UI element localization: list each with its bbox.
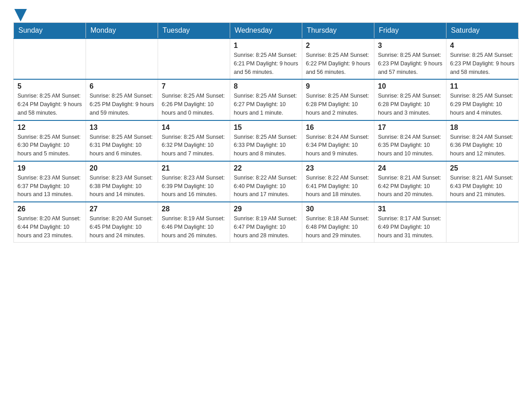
day-number: 3 — [378, 42, 442, 50]
day-info: Sunrise: 8:18 AM Sunset: 6:48 PM Dayligh… — [306, 214, 370, 240]
calendar-day-cell — [446, 202, 519, 243]
day-number: 18 — [450, 124, 515, 132]
day-number: 7 — [162, 82, 226, 90]
day-info: Sunrise: 8:25 AM Sunset: 6:25 PM Dayligh… — [90, 92, 154, 117]
day-info: Sunrise: 8:25 AM Sunset: 6:32 PM Dayligh… — [162, 133, 226, 158]
day-info: Sunrise: 8:25 AM Sunset: 6:24 PM Dayligh… — [17, 92, 82, 117]
day-number: 6 — [90, 82, 154, 90]
day-info: Sunrise: 8:25 AM Sunset: 6:26 PM Dayligh… — [162, 92, 226, 117]
day-number: 19 — [17, 164, 82, 172]
day-info: Sunrise: 8:19 AM Sunset: 6:47 PM Dayligh… — [234, 214, 298, 240]
day-info: Sunrise: 8:25 AM Sunset: 6:27 PM Dayligh… — [234, 92, 298, 117]
page-header — [13, 9, 519, 18]
calendar-day-cell: 31Sunrise: 8:17 AM Sunset: 6:49 PM Dayli… — [374, 202, 446, 243]
calendar-day-cell: 26Sunrise: 8:20 AM Sunset: 6:44 PM Dayli… — [14, 202, 86, 243]
day-info: Sunrise: 8:23 AM Sunset: 6:38 PM Dayligh… — [90, 174, 154, 199]
calendar-day-cell: 27Sunrise: 8:20 AM Sunset: 6:45 PM Dayli… — [86, 202, 158, 243]
calendar-day-cell: 6Sunrise: 8:25 AM Sunset: 6:25 PM Daylig… — [86, 79, 158, 120]
day-number: 30 — [306, 205, 370, 213]
day-info: Sunrise: 8:17 AM Sunset: 6:49 PM Dayligh… — [378, 214, 442, 240]
day-number: 24 — [378, 164, 442, 172]
day-info: Sunrise: 8:25 AM Sunset: 6:28 PM Dayligh… — [306, 92, 370, 117]
day-info: Sunrise: 8:25 AM Sunset: 6:22 PM Dayligh… — [306, 51, 370, 76]
calendar-week-row: 5Sunrise: 8:25 AM Sunset: 6:24 PM Daylig… — [14, 79, 519, 120]
calendar-day-cell: 28Sunrise: 8:19 AM Sunset: 6:46 PM Dayli… — [158, 202, 230, 243]
day-info: Sunrise: 8:21 AM Sunset: 6:42 PM Dayligh… — [378, 174, 442, 199]
day-info: Sunrise: 8:22 AM Sunset: 6:41 PM Dayligh… — [306, 174, 370, 199]
day-info: Sunrise: 8:25 AM Sunset: 6:23 PM Dayligh… — [378, 51, 442, 76]
calendar-day-cell: 11Sunrise: 8:25 AM Sunset: 6:29 PM Dayli… — [446, 79, 519, 120]
calendar-day-cell: 9Sunrise: 8:25 AM Sunset: 6:28 PM Daylig… — [302, 79, 374, 120]
day-info: Sunrise: 8:25 AM Sunset: 6:21 PM Dayligh… — [234, 51, 298, 76]
day-number: 23 — [306, 164, 370, 172]
day-info: Sunrise: 8:21 AM Sunset: 6:43 PM Dayligh… — [450, 174, 515, 199]
day-number: 28 — [162, 205, 226, 213]
calendar-day-cell: 22Sunrise: 8:22 AM Sunset: 6:40 PM Dayli… — [230, 161, 302, 202]
day-of-week-header: Monday — [86, 23, 158, 39]
calendar-day-cell: 15Sunrise: 8:25 AM Sunset: 6:33 PM Dayli… — [230, 120, 302, 161]
day-number: 5 — [17, 82, 82, 90]
day-of-week-header: Friday — [374, 23, 446, 39]
calendar-day-cell: 16Sunrise: 8:24 AM Sunset: 6:34 PM Dayli… — [302, 120, 374, 161]
day-number: 27 — [90, 205, 154, 213]
day-info: Sunrise: 8:25 AM Sunset: 6:33 PM Dayligh… — [234, 133, 298, 158]
day-info: Sunrise: 8:25 AM Sunset: 6:29 PM Dayligh… — [450, 92, 515, 117]
logo-icon — [14, 9, 27, 21]
day-number: 4 — [450, 42, 515, 50]
day-number: 15 — [234, 124, 298, 132]
day-number: 16 — [306, 124, 370, 132]
calendar-day-cell: 2Sunrise: 8:25 AM Sunset: 6:22 PM Daylig… — [302, 39, 374, 79]
calendar-day-cell: 14Sunrise: 8:25 AM Sunset: 6:32 PM Dayli… — [158, 120, 230, 161]
logo — [13, 9, 27, 18]
calendar-day-cell: 24Sunrise: 8:21 AM Sunset: 6:42 PM Dayli… — [374, 161, 446, 202]
day-number: 14 — [162, 124, 226, 132]
calendar-day-cell: 17Sunrise: 8:24 AM Sunset: 6:35 PM Dayli… — [374, 120, 446, 161]
calendar-day-cell: 3Sunrise: 8:25 AM Sunset: 6:23 PM Daylig… — [374, 39, 446, 79]
calendar-day-cell: 19Sunrise: 8:23 AM Sunset: 6:37 PM Dayli… — [14, 161, 86, 202]
day-number: 21 — [162, 164, 226, 172]
calendar-day-cell: 25Sunrise: 8:21 AM Sunset: 6:43 PM Dayli… — [446, 161, 519, 202]
calendar-day-cell: 12Sunrise: 8:25 AM Sunset: 6:30 PM Dayli… — [14, 120, 86, 161]
day-number: 1 — [234, 42, 298, 50]
calendar-week-row: 26Sunrise: 8:20 AM Sunset: 6:44 PM Dayli… — [14, 202, 519, 243]
calendar-week-row: 12Sunrise: 8:25 AM Sunset: 6:30 PM Dayli… — [14, 120, 519, 161]
day-number: 9 — [306, 82, 370, 90]
calendar-week-row: 19Sunrise: 8:23 AM Sunset: 6:37 PM Dayli… — [14, 161, 519, 202]
day-of-week-header: Tuesday — [158, 23, 230, 39]
day-info: Sunrise: 8:24 AM Sunset: 6:34 PM Dayligh… — [306, 133, 370, 158]
calendar-day-cell — [14, 39, 86, 79]
day-number: 8 — [234, 82, 298, 90]
calendar-day-cell: 20Sunrise: 8:23 AM Sunset: 6:38 PM Dayli… — [86, 161, 158, 202]
calendar-day-cell: 4Sunrise: 8:25 AM Sunset: 6:23 PM Daylig… — [446, 39, 519, 79]
day-number: 12 — [17, 124, 82, 132]
calendar-day-cell: 1Sunrise: 8:25 AM Sunset: 6:21 PM Daylig… — [230, 39, 302, 79]
day-info: Sunrise: 8:20 AM Sunset: 6:45 PM Dayligh… — [90, 214, 154, 240]
day-number: 13 — [90, 124, 154, 132]
day-number: 2 — [306, 42, 370, 50]
day-info: Sunrise: 8:25 AM Sunset: 6:28 PM Dayligh… — [378, 92, 442, 117]
day-number: 11 — [450, 82, 515, 90]
calendar-header: SundayMondayTuesdayWednesdayThursdayFrid… — [14, 23, 519, 39]
day-number: 25 — [450, 164, 515, 172]
day-number: 31 — [378, 205, 442, 213]
day-of-week-header: Sunday — [14, 23, 86, 39]
day-info: Sunrise: 8:20 AM Sunset: 6:44 PM Dayligh… — [17, 214, 82, 240]
day-info: Sunrise: 8:22 AM Sunset: 6:40 PM Dayligh… — [234, 174, 298, 199]
day-number: 22 — [234, 164, 298, 172]
day-info: Sunrise: 8:25 AM Sunset: 6:30 PM Dayligh… — [17, 133, 82, 158]
calendar-day-cell: 10Sunrise: 8:25 AM Sunset: 6:28 PM Dayli… — [374, 79, 446, 120]
svg-marker-0 — [14, 9, 27, 21]
day-number: 26 — [17, 205, 82, 213]
day-number: 20 — [90, 164, 154, 172]
day-of-week-header: Saturday — [446, 23, 519, 39]
calendar-body: 1Sunrise: 8:25 AM Sunset: 6:21 PM Daylig… — [14, 39, 519, 243]
day-info: Sunrise: 8:25 AM Sunset: 6:23 PM Dayligh… — [450, 51, 515, 76]
calendar-day-cell: 7Sunrise: 8:25 AM Sunset: 6:26 PM Daylig… — [158, 79, 230, 120]
day-number: 29 — [234, 205, 298, 213]
day-of-week-header: Wednesday — [230, 23, 302, 39]
calendar-day-cell — [86, 39, 158, 79]
calendar-day-cell: 30Sunrise: 8:18 AM Sunset: 6:48 PM Dayli… — [302, 202, 374, 243]
day-header-row: SundayMondayTuesdayWednesdayThursdayFrid… — [14, 23, 519, 39]
day-number: 10 — [378, 82, 442, 90]
day-info: Sunrise: 8:24 AM Sunset: 6:35 PM Dayligh… — [378, 133, 442, 158]
